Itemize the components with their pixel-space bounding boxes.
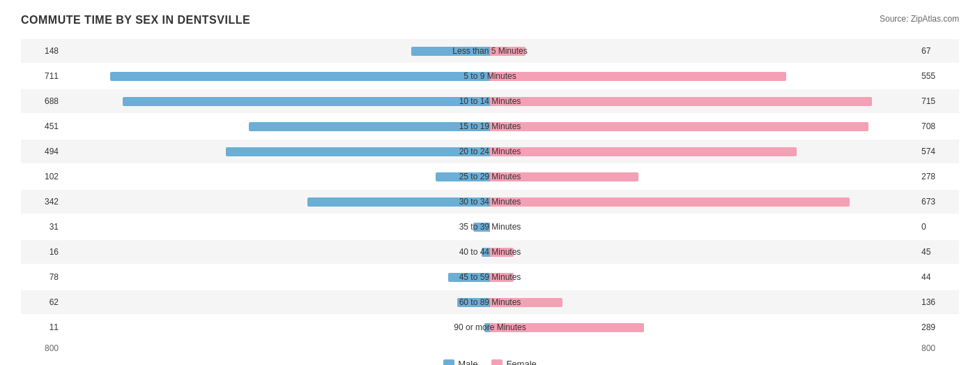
- female-bar: [490, 248, 514, 257]
- male-bar-half: [63, 190, 490, 214]
- chart-title: COMMUTE TIME BY SEX IN DENTSVILLE: [21, 14, 250, 27]
- female-bar: [490, 323, 644, 332]
- male-bar: [436, 172, 490, 181]
- male-bar: [249, 122, 490, 131]
- bar-area: 10 to 14 Minutes: [63, 89, 917, 113]
- female-value: 555: [917, 71, 959, 81]
- chart-row: 7845 to 59 Minutes44: [21, 265, 959, 289]
- bar-area: 35 to 39 Minutes: [63, 215, 917, 239]
- bar-area: 5 to 9 Minutes: [63, 64, 917, 88]
- male-bar-half: [63, 140, 490, 163]
- male-bar-half: [63, 240, 490, 264]
- female-value: 673: [917, 197, 959, 207]
- bar-area: 40 to 44 Minutes: [63, 240, 917, 264]
- female-bar-half: [490, 190, 917, 214]
- chart-row: 68810 to 14 Minutes715: [21, 89, 959, 113]
- chart-row: 7115 to 9 Minutes555: [21, 64, 959, 88]
- male-bar-half: [63, 165, 490, 188]
- female-bar-half: [490, 114, 917, 138]
- female-bar-half: [490, 165, 917, 188]
- female-bar-half: [490, 39, 917, 63]
- male-bar-half: [63, 39, 490, 63]
- male-bar-half: [63, 290, 490, 314]
- female-value: 45: [917, 247, 959, 257]
- female-value: 44: [917, 272, 959, 282]
- male-color-swatch: [443, 359, 454, 366]
- male-bar-half: [63, 215, 490, 239]
- chart-row: 3135 to 39 Minutes0: [21, 215, 959, 239]
- female-bar: [490, 298, 562, 307]
- bar-area: 20 to 24 Minutes: [63, 140, 917, 163]
- male-value: 102: [21, 172, 63, 181]
- female-value: 0: [917, 222, 959, 232]
- female-value: 574: [917, 147, 959, 156]
- chart-row: 1640 to 44 Minutes45: [21, 240, 959, 264]
- bar-area: 90 or more Minutes: [63, 315, 917, 339]
- male-bar: [473, 223, 490, 232]
- source-label: Source: ZipAtlas.com: [880, 14, 959, 24]
- male-bar-half: [63, 114, 490, 138]
- legend: Male Female: [21, 359, 959, 365]
- chart-container: 148Less than 5 Minutes677115 to 9 Minute…: [21, 39, 959, 339]
- axis-row: 800 800: [21, 343, 959, 353]
- female-color-swatch: [491, 359, 503, 366]
- chart-row: 10225 to 29 Minutes278: [21, 165, 959, 188]
- male-value: 688: [21, 96, 63, 106]
- female-bar-half: [490, 265, 917, 289]
- legend-female: Female: [491, 359, 536, 365]
- chart-row: 45115 to 19 Minutes708: [21, 114, 959, 138]
- male-bar-half: [63, 265, 490, 289]
- female-bar: [490, 172, 638, 181]
- male-bar: [482, 248, 490, 257]
- male-bar: [411, 47, 490, 56]
- male-bar-half: [63, 64, 490, 88]
- male-label: Male: [458, 359, 477, 365]
- chart-row: 49420 to 24 Minutes574: [21, 140, 959, 163]
- male-bar: [307, 198, 490, 207]
- bar-area: 30 to 34 Minutes: [63, 190, 917, 214]
- female-value: 289: [917, 322, 959, 332]
- female-bar-half: [490, 140, 917, 163]
- chart-row: 1190 or more Minutes289: [21, 315, 959, 339]
- axis-left-label: 800: [21, 343, 63, 353]
- female-bar: [490, 122, 868, 131]
- female-value: 136: [917, 297, 959, 307]
- female-value: 708: [917, 121, 959, 131]
- male-value: 451: [21, 121, 63, 131]
- male-bar-half: [63, 315, 490, 339]
- male-value: 62: [21, 297, 63, 307]
- female-bar-half: [490, 89, 917, 113]
- female-bar: [490, 273, 514, 282]
- male-bar: [484, 323, 490, 332]
- chart-row: 6260 to 89 Minutes136: [21, 290, 959, 314]
- bar-area: Less than 5 Minutes: [63, 39, 917, 63]
- female-bar: [490, 198, 850, 207]
- male-value: 31: [21, 222, 63, 232]
- bar-area: 45 to 59 Minutes: [63, 265, 917, 289]
- female-bar: [490, 97, 872, 106]
- male-value: 11: [21, 322, 63, 332]
- female-bar: [490, 147, 797, 156]
- male-value: 78: [21, 272, 63, 282]
- male-value: 16: [21, 247, 63, 257]
- male-bar-half: [63, 89, 490, 113]
- male-bar: [457, 298, 491, 307]
- female-bar-half: [490, 215, 917, 239]
- female-bar-half: [490, 64, 917, 88]
- female-bar-half: [490, 315, 917, 339]
- male-value: 148: [21, 46, 63, 56]
- axis-right-label: 800: [917, 343, 959, 353]
- bar-area: 25 to 29 Minutes: [63, 165, 917, 188]
- female-bar-half: [490, 290, 917, 314]
- female-value: 715: [917, 96, 959, 106]
- bar-area: 60 to 89 Minutes: [63, 290, 917, 314]
- male-value: 494: [21, 147, 63, 156]
- male-bar: [226, 147, 490, 156]
- bar-area: 15 to 19 Minutes: [63, 114, 917, 138]
- female-value: 278: [917, 172, 959, 181]
- chart-row: 34230 to 34 Minutes673: [21, 190, 959, 214]
- male-value: 711: [21, 71, 63, 81]
- male-value: 342: [21, 197, 63, 207]
- female-bar: [490, 47, 526, 56]
- male-bar: [123, 97, 490, 106]
